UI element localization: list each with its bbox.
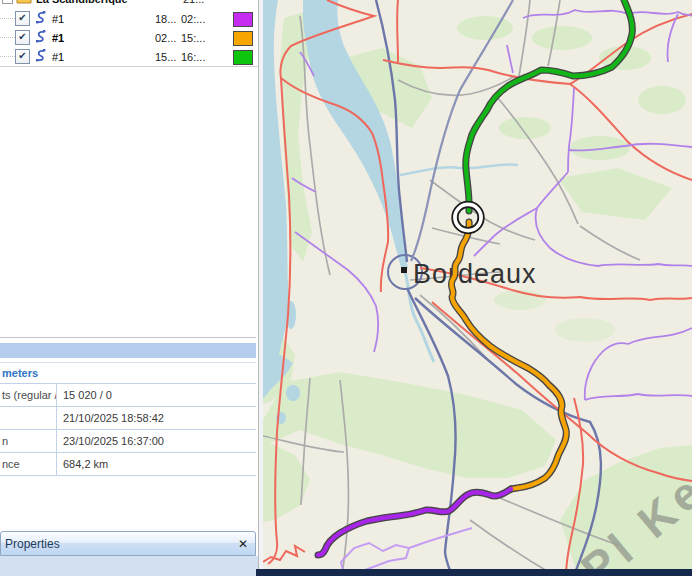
city-label-bordeaux: Bordeaux [401,259,537,289]
prop-label: nce [0,453,57,475]
parameters-section-header: meters [0,362,256,384]
track-row-2[interactable]: ✔ #1 02... 15:... [0,28,258,47]
tree-connector [0,56,15,58]
prop-value: 21/10/2025 18:58:42 [57,412,164,424]
map-canvas[interactable]: Pl Ke Bordeaux [263,0,692,576]
track-checkbox[interactable]: ✔ [15,30,30,45]
properties-table: meters ts (regular / 15 020 / 0 21/10/20… [0,337,256,476]
track-end-time: 02:... [181,13,205,25]
prop-value: 684,2 km [57,458,108,470]
prop-label: ts (regular / [0,384,57,406]
prop-row-points: ts (regular / 15 020 / 0 [0,384,256,407]
track-row-3[interactable]: ✔ #1 15... 16:... [0,47,258,66]
track-segment-icon [34,48,47,65]
folder-icon [16,0,32,6]
close-icon[interactable]: ✕ [238,537,248,551]
prop-row-end: n 23/10/2025 16:37:00 [0,430,256,453]
prop-value: 15 020 / 0 [57,389,112,401]
track-row-1[interactable]: ✔ #1 18... 02:... [0,9,258,28]
track-segment-label: #1 [52,32,64,44]
tree-connector [0,18,15,20]
app-window: − La Scandibérique 21... ✔ [0,0,692,576]
prop-row-distance: nce 684,2 km [0,453,256,476]
track-folder-value: 21... [183,0,204,5]
track-folder-name: La Scandibérique [36,0,128,5]
track-start-time: 18... [155,13,176,25]
prop-label [0,407,57,429]
prop-label: n [0,430,57,452]
track-checkbox[interactable]: ✔ [15,49,30,64]
track-list[interactable]: − La Scandibérique 21... ✔ [0,0,258,67]
track-checkbox[interactable]: ✔ [15,11,30,26]
track-segment-icon [34,29,47,46]
track-color-swatch[interactable] [233,31,253,46]
selected-row-highlight[interactable] [0,343,256,358]
track-folder-row[interactable]: − La Scandibérique 21... [0,0,258,9]
taskbar-edge [256,569,692,576]
panel-footer-strip [0,556,258,576]
tree-expander-icon[interactable]: − [2,0,13,4]
tree-connector [0,37,15,39]
svg-text:Bordeaux: Bordeaux [413,259,537,289]
track-segment-label: #1 [52,13,64,25]
track-end-time: 16:... [181,51,205,63]
prop-value: 23/10/2025 16:37:00 [57,435,164,447]
prop-row-begin: 21/10/2025 18:58:42 [0,407,256,430]
track-end-time: 15:... [181,32,205,44]
track-start-time: 02... [155,32,176,44]
properties-titlebar-label: Properties [5,537,238,551]
track-color-swatch[interactable] [233,50,253,65]
properties-titlebar[interactable]: Properties ✕ [0,531,256,556]
track-segment-icon [34,10,47,27]
left-panel: − La Scandibérique 21... ✔ [0,0,258,576]
track-start-time: 15... [155,51,176,63]
track-segment-label: #1 [52,51,64,63]
track-color-swatch[interactable] [233,12,253,27]
